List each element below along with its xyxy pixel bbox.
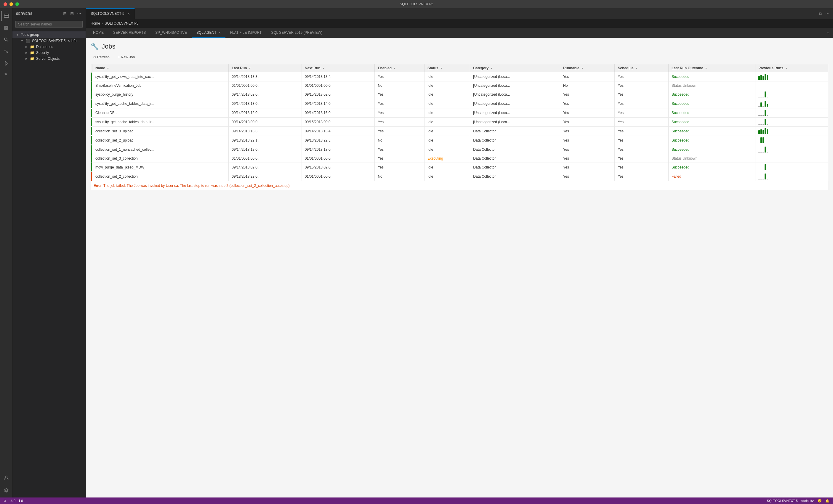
sub-tab-server-reports[interactable]: SERVER REPORTS — [109, 28, 150, 38]
th-runnable[interactable]: Runnable ▾ — [560, 64, 615, 72]
server-objects-item[interactable]: ▶ 📁 Server Objects — [13, 56, 86, 62]
sidebar-group-btn[interactable]: ⊟ — [69, 11, 75, 17]
tab-sqltoolsvnext5[interactable]: SQLTOOLSVNEXT-5 ✕ — [86, 8, 135, 19]
status-emoji: 🙂 — [817, 499, 822, 503]
close-button[interactable] — [4, 2, 7, 6]
split-editor-button[interactable]: ⧉ — [817, 10, 823, 17]
tab-close-icon[interactable]: ✕ — [127, 12, 130, 16]
cell-runnable: Yes — [560, 172, 615, 181]
cell-last_run: 09/14/2018 02:0... — [229, 163, 302, 172]
cell-schedule: Yes — [615, 81, 669, 90]
cell-status: Idle — [424, 109, 470, 118]
status-server: SQLTOOLSVNEXT-5 : <default> — [767, 499, 814, 503]
cell-next_run: 09/14/2018 13:4... — [302, 127, 375, 136]
activity-search[interactable] — [1, 34, 11, 45]
th-status[interactable]: Status ▾ — [424, 64, 470, 72]
breadcrumb-home[interactable]: Home — [91, 21, 100, 25]
table-row[interactable]: mdw_purge_data_[keep_MDW]09/14/2018 02:0… — [91, 163, 828, 172]
sidebar-more[interactable]: ⋯ — [76, 11, 82, 17]
minimize-button[interactable] — [9, 2, 13, 6]
new-job-button[interactable]: + New Job — [116, 54, 137, 61]
status-warnings: ⚠ 0 — [10, 499, 16, 503]
table-row[interactable]: collection_set_3_upload09/14/2018 13:3..… — [91, 127, 828, 136]
sub-tab-sql-agent-close[interactable]: ✕ — [218, 31, 221, 34]
th-category[interactable]: Category ▾ — [470, 64, 560, 72]
activity-servers[interactable] — [1, 11, 11, 21]
sidebar-actions[interactable]: ⊞ ⊟ ⋯ — [62, 11, 82, 17]
server-item[interactable]: ▼ ⬛ SQLTOOLSVNEXT-5, <defa... — [13, 38, 86, 44]
table-row[interactable]: collection_set_3_collection01/01/0001 00… — [91, 154, 828, 163]
table-row[interactable]: syspolicy_purge_history09/14/2018 02:0..… — [91, 90, 828, 99]
cell-previous-runs — [755, 109, 828, 118]
search-input[interactable] — [16, 21, 82, 28]
sidebar-search-container — [13, 19, 86, 30]
sub-tab-sql-agent[interactable]: SQL AGENT ✕ — [192, 28, 225, 38]
refresh-button[interactable]: ↻ Refresh — [91, 54, 112, 61]
security-item[interactable]: ▶ 📁 Security — [13, 50, 86, 56]
cell-previous-runs — [755, 136, 828, 145]
refresh-icon: ↻ — [93, 55, 96, 59]
breadcrumb: Home › SQLTOOLSVNEXT-5 — [86, 19, 833, 28]
cell-status: Idle — [424, 81, 470, 90]
window-controls[interactable] — [4, 2, 19, 6]
more-tabs-button[interactable]: ⋯ — [824, 10, 831, 17]
status-bell: 🔔 — [825, 499, 829, 503]
cell-enabled: No — [375, 136, 425, 145]
databases-item[interactable]: ▶ 📁 Databases — [13, 44, 86, 50]
table-row[interactable]: collection_set_2_upload09/13/2018 22:1..… — [91, 136, 828, 145]
main-area: SQLTOOLSVNEXT-5 ✕ ⧉ ⋯ Home › SQLTOOLSVNE… — [86, 8, 833, 498]
sub-tab-sp-whoisactive-label: SP_WHOISACTIVE — [155, 30, 187, 34]
activity-account[interactable] — [1, 473, 11, 483]
sub-tab-home[interactable]: HOME — [88, 28, 109, 38]
th-next-run[interactable]: Next Run ▾ — [302, 64, 375, 72]
cell-next_run: 09/14/2018 16:0... — [302, 109, 375, 118]
refresh-label: Refresh — [97, 55, 110, 59]
tools-group-label[interactable]: ▼ Tools group — [13, 31, 86, 38]
table-row[interactable]: sysutility_get_views_data_into_cac...09/… — [91, 72, 828, 81]
cell-category: [Uncategorized (Loca... — [470, 118, 560, 127]
databases-label: Databases — [36, 45, 53, 49]
th-last-run[interactable]: Last Run ▾ — [229, 64, 302, 72]
activity-extensions[interactable] — [1, 70, 11, 80]
activity-settings[interactable] — [1, 484, 11, 495]
new-job-label: + New Job — [118, 55, 135, 59]
table-row[interactable]: sysutility_get_cache_tables_data_ir...09… — [91, 99, 828, 109]
sidebar-new-connection[interactable]: ⊞ — [62, 11, 68, 17]
th-runnable-sort: ▾ — [581, 67, 583, 70]
cell-status: Idle — [424, 163, 470, 172]
sub-tab-add-button[interactable]: + — [826, 29, 831, 37]
th-last-run-outcome[interactable]: Last Run Outcome ▾ — [668, 64, 755, 72]
activity-explorer[interactable] — [1, 23, 11, 33]
content-area: Home › SQLTOOLSVNEXT-5 HOME SERVER REPOR… — [86, 19, 833, 498]
activity-debug[interactable] — [1, 58, 11, 69]
th-schedule[interactable]: Schedule ▾ — [615, 64, 669, 72]
th-enabled-label: Enabled — [378, 66, 391, 70]
sub-tab-sp-whoisactive[interactable]: SP_WHOISACTIVE — [150, 28, 192, 38]
table-row[interactable]: sysutility_get_cache_tables_data_ir...09… — [91, 118, 828, 127]
th-schedule-label: Schedule — [618, 66, 633, 70]
cell-schedule: Yes — [615, 109, 669, 118]
th-name[interactable]: Name ▾ — [92, 64, 229, 72]
sidebar-title: SERVERS — [16, 12, 32, 16]
table-row[interactable]: Cleanup DBs09/14/2018 12:0...09/14/2018 … — [91, 109, 828, 118]
error-message: Error: The job failed. The Job was invok… — [91, 181, 828, 190]
table-row[interactable]: collection_set_2_collection09/13/2018 22… — [91, 172, 828, 181]
sub-tab-home-label: HOME — [93, 30, 104, 34]
activity-git[interactable] — [1, 46, 11, 57]
sub-tab-sql-agent-label: SQL AGENT — [196, 30, 217, 34]
cell-enabled: No — [375, 81, 425, 90]
cell-schedule: Yes — [615, 154, 669, 163]
th-enabled-sort: ▾ — [394, 67, 395, 70]
maximize-button[interactable] — [16, 2, 19, 6]
sub-tab-sql-server-2019[interactable]: SQL SERVER 2019 (PREVIEW) — [266, 28, 327, 38]
server-icon: ⬛ — [26, 39, 30, 43]
table-row[interactable]: collection_set_1_noncached_collec...09/1… — [91, 145, 828, 154]
table-row[interactable]: SmoBaselineVerification_Job01/01/0001 00… — [91, 81, 828, 90]
cell-last_run_outcome: Succeeded — [668, 163, 755, 172]
databases-icon: 📁 — [30, 45, 34, 49]
th-previous-runs[interactable]: Previous Runs ▾ — [755, 64, 828, 72]
cell-enabled: Yes — [375, 72, 425, 81]
th-last-run-sort: ▾ — [249, 67, 251, 70]
sub-tab-flat-file-import[interactable]: FLAT FILE IMPORT — [225, 28, 267, 38]
th-enabled[interactable]: Enabled ▾ — [375, 64, 425, 72]
